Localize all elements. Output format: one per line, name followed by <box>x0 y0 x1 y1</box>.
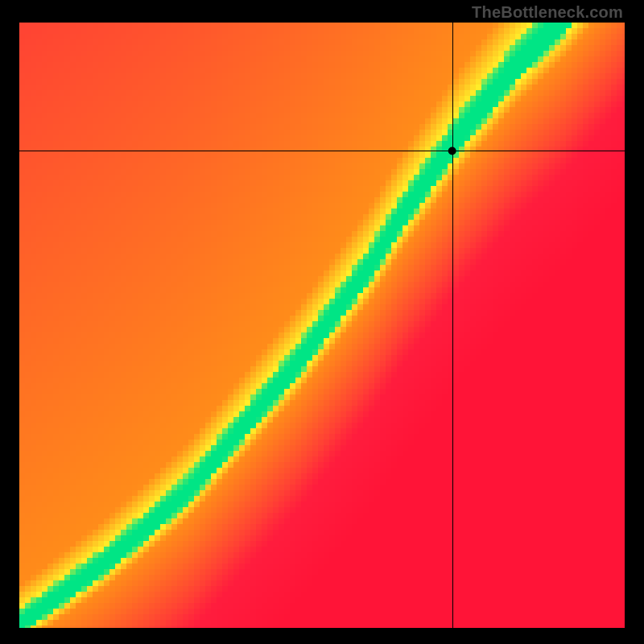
bottleneck-heatmap <box>19 23 625 628</box>
chart-container: TheBottleneck.com <box>0 0 644 644</box>
watermark-text: TheBottleneck.com <box>472 3 623 22</box>
